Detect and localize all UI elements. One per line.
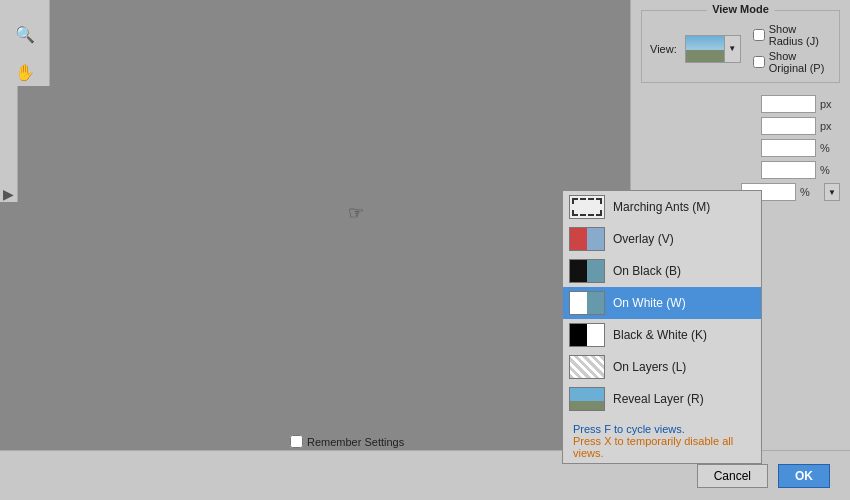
thumb-overlay [569,227,605,251]
menu-item-reveal-layer[interactable]: Reveal Layer (R) [563,383,761,415]
menu-label-on-black: On Black (B) [613,264,681,278]
thumb-on-black [569,259,605,283]
menu-label-reveal-layer: Reveal Layer (R) [613,392,704,406]
menu-label-on-layers: On Layers (L) [613,360,686,374]
view-dropdown-arrow[interactable]: ▼ [725,35,741,63]
hand-tool-button[interactable]: ✋ [11,58,39,86]
menu-item-marching-ants[interactable]: Marching Ants (M) [563,191,761,223]
suffix-px-1: px [820,98,840,110]
suffix-pct-3: % [800,186,820,198]
remember-settings-row: Remember Settings [290,435,404,448]
menu-label-on-white: On White (W) [613,296,686,310]
cancel-button[interactable]: Cancel [697,464,768,488]
input-row-3: % [641,139,840,157]
cursor-indicator: ☞ [348,202,364,224]
hint-f-cycle: Press F to cycle views. [573,423,751,435]
dropdown-small-arrow[interactable]: ▼ [824,183,840,201]
hint-x-disable: Press X to temporarily disable all views… [573,435,751,459]
input-px-2[interactable] [761,117,816,135]
left-toolbar: 🔍 ✋ [0,0,50,86]
input-pct-1[interactable] [761,139,816,157]
menu-item-on-black[interactable]: On Black (B) [563,255,761,287]
view-mode-dropdown-menu: Marching Ants (M) Overlay (V) On Black (… [562,190,762,464]
suffix-pct-2: % [820,164,840,176]
show-radius-checkbox[interactable]: Show Radius (J) [753,23,831,47]
edge-arrow-icon[interactable]: ▶ [3,186,14,202]
thumb-reveal-layer [569,387,605,411]
menu-item-overlay[interactable]: Overlay (V) [563,223,761,255]
ok-button[interactable]: OK [778,464,830,488]
suffix-pct-1: % [820,142,840,154]
thumb-on-white [569,291,605,315]
menu-item-black-white[interactable]: Black & White (K) [563,319,761,351]
checkboxes-group: Show Radius (J) Show Original (P) [753,23,831,74]
suffix-px-2: px [820,120,840,132]
show-original-checkbox[interactable]: Show Original (P) [753,50,831,74]
side-edge-panel: ▶ [0,86,18,202]
input-px-1[interactable] [761,95,816,113]
view-thumbnail [685,35,725,63]
remember-settings-checkbox[interactable] [290,435,303,448]
hints-area: Press F to cycle views. Press X to tempo… [563,415,761,463]
input-row-1: px [641,95,840,113]
menu-label-marching-ants: Marching Ants (M) [613,200,710,214]
thumb-black-white [569,323,605,347]
input-row-4: % [641,161,840,179]
menu-label-overlay: Overlay (V) [613,232,674,246]
thumb-marching-ants [569,195,605,219]
menu-item-on-white[interactable]: On White (W) [563,287,761,319]
view-mode-legend: View Mode [706,3,775,15]
view-dropdown[interactable]: ▼ [685,35,741,63]
thumb-on-layers [569,355,605,379]
view-label: View: [650,43,677,55]
input-pct-2[interactable] [761,161,816,179]
view-mode-group: View Mode View: ▼ Show Radius (J) Show O… [641,10,840,83]
remember-settings-label: Remember Settings [307,436,404,448]
zoom-tool-button[interactable]: 🔍 [11,20,39,48]
input-row-2: px [641,117,840,135]
menu-label-black-white: Black & White (K) [613,328,707,342]
menu-item-on-layers[interactable]: On Layers (L) [563,351,761,383]
